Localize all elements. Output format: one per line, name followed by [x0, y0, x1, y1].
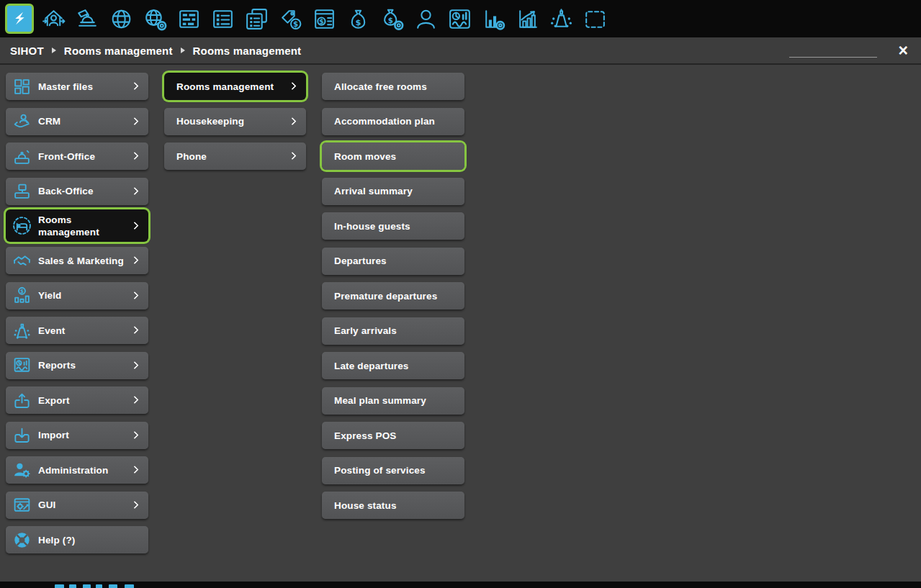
menu-item-posting-of-services[interactable]: Posting of services: [322, 457, 464, 484]
master-files-icon: [12, 76, 32, 96]
chevron-right-icon: [288, 82, 296, 90]
toolbar-button-money-bag-search[interactable]: $: [377, 4, 406, 34]
blank-window-icon: [582, 6, 608, 32]
globe-icon: [108, 6, 135, 32]
toolbar-button-report-dashboard[interactable]: [445, 4, 474, 34]
menu-item-label: Express POS: [334, 430, 396, 442]
menu-item-label: Front-Office: [38, 150, 95, 163]
report-dashboard-icon: [446, 6, 473, 32]
toolbar-button-globe[interactable]: [107, 4, 135, 34]
toolbar-button-bar-chart-coin[interactable]: [479, 4, 508, 34]
menu-item-label: Room moves: [334, 150, 396, 163]
svg-text:$: $: [319, 17, 323, 25]
toolbar-button-price-tag-dollar[interactable]: $: [276, 4, 305, 34]
menu-item-crm[interactable]: CRM: [6, 108, 148, 135]
menu-item-label: Back-Office: [38, 185, 94, 197]
sihot-logo-icon: [9, 8, 30, 30]
copy-documents-icon: [243, 6, 270, 32]
toolbar-button-list-window[interactable]: [208, 4, 237, 34]
breadcrumb-item[interactable]: Rooms management: [64, 45, 173, 57]
menu-item-sales-marketing[interactable]: Sales & Marketing: [6, 247, 148, 274]
toolbar-button-room-plan[interactable]: [174, 4, 203, 34]
menu-item-label: Accommodation plan: [334, 115, 435, 127]
reports-icon: [12, 356, 32, 376]
menu-item-administration[interactable]: Administration: [6, 456, 148, 484]
toolbar-button-reception-service[interactable]: [73, 4, 102, 34]
crm-icon: [12, 112, 32, 132]
breadcrumb: SIHOTRooms managementRooms management: [10, 45, 309, 57]
chevron-right-icon: [130, 82, 138, 90]
sales-marketing-icon: [12, 250, 32, 271]
menu-item-label: Premature departures: [334, 290, 437, 302]
menu-item-rooms-management[interactable]: Rooms management: [6, 209, 148, 242]
money-bag-search-icon: $: [379, 6, 405, 32]
menu-item-in-house-guests[interactable]: In-house guests: [322, 212, 464, 240]
menu-item-arrival-summary[interactable]: Arrival summary: [322, 178, 464, 205]
menu-item-accommodation-plan[interactable]: Accommodation plan: [322, 108, 464, 135]
toolbar-button-checkin-guest[interactable]: [39, 4, 68, 34]
menu-item-label: Import: [38, 429, 69, 441]
menu-item-master-files[interactable]: Master files: [6, 73, 148, 100]
menu-item-late-departures[interactable]: Late departures: [322, 352, 464, 379]
import-icon: [12, 425, 32, 445]
menu-item-premature-departures[interactable]: Premature departures: [322, 282, 464, 309]
menu-item-house-status[interactable]: House status: [322, 492, 464, 519]
menu-item-label: Master files: [38, 81, 93, 93]
clipped-icon: [83, 584, 91, 588]
chevron-right-icon: [130, 152, 138, 160]
menu-item-early-arrivals[interactable]: Early arrivals: [322, 317, 464, 345]
menu-item-rooms-management[interactable]: Rooms management: [164, 73, 306, 100]
toolbar-button-globe-search[interactable]: [140, 4, 169, 34]
chevron-right-icon: [288, 152, 296, 160]
menu-item-import[interactable]: Import: [6, 422, 148, 449]
administration-icon: [12, 460, 32, 480]
event-stage-icon: [548, 6, 575, 32]
menu-item-label: Posting of services: [334, 464, 426, 476]
menu-item-gui[interactable]: GUI: [6, 492, 148, 519]
menu-item-departures[interactable]: Departures: [322, 248, 464, 275]
chevron-right-icon: [130, 466, 138, 474]
menu-item-label: House status: [334, 499, 397, 512]
menu-item-export[interactable]: Export: [6, 386, 148, 414]
menu-item-meal-plan-summary[interactable]: Meal plan summary: [322, 387, 464, 415]
menu-item-housekeeping[interactable]: Housekeeping: [164, 108, 306, 135]
menu-item-label: Event: [38, 325, 66, 337]
menu-item-allocate-free-rooms[interactable]: Allocate free rooms: [322, 73, 464, 100]
toolbar-button-statistics-trend[interactable]: [513, 4, 542, 34]
breadcrumb-item[interactable]: SIHOT: [10, 45, 44, 57]
menu-item-label: Early arrivals: [334, 325, 397, 337]
close-button[interactable]: ×: [899, 42, 908, 59]
chevron-right-icon: [130, 256, 138, 264]
money-bag-icon: $: [345, 6, 372, 32]
menu-item-label: Meal plan summary: [334, 394, 426, 407]
toolbar-button-blank-window[interactable]: [580, 4, 609, 34]
search-input[interactable]: [789, 43, 877, 58]
clipped-icon: [96, 584, 102, 588]
toolbar-button-guest-profile[interactable]: [411, 4, 440, 34]
menu-item-label: Allocate free rooms: [334, 81, 427, 93]
menu-column-rooms-management-submenu: Rooms managementHousekeepingPhone: [164, 73, 306, 178]
menu-item-label: Sales & Marketing: [38, 255, 124, 267]
toolbar-button-money-bag[interactable]: $: [343, 4, 372, 34]
menu-item-help[interactable]: Help (?): [6, 526, 148, 553]
menu-item-front-office[interactable]: Front-Office: [6, 143, 148, 170]
menu-item-label: Departures: [334, 255, 387, 267]
menu-item-phone[interactable]: Phone: [164, 143, 306, 170]
breadcrumb-item[interactable]: Rooms management: [193, 45, 302, 57]
menu-area: Master filesCRMFront-OfficeBack-OfficeRo…: [0, 65, 921, 582]
menu-item-back-office[interactable]: Back-Office: [6, 178, 148, 205]
menu-item-yield[interactable]: $Yield: [6, 282, 148, 309]
reception-service-icon: [74, 6, 101, 32]
menu-item-event[interactable]: Event: [6, 317, 148, 344]
menu-item-reports[interactable]: Reports: [6, 352, 148, 379]
menu-item-label: GUI: [38, 499, 55, 511]
list-window-icon: [210, 6, 236, 32]
menu-item-express-pos[interactable]: Express POS: [322, 422, 464, 449]
toolbar-button-cashier-register[interactable]: $: [310, 4, 338, 34]
menu-item-label: Export: [38, 394, 70, 407]
toolbar-button-event-stage[interactable]: [547, 4, 575, 34]
toolbar-button-copy-documents[interactable]: [242, 4, 271, 34]
menu-item-label: Yield: [38, 289, 62, 302]
menu-item-room-moves[interactable]: Room moves: [322, 143, 464, 170]
toolbar-button-sihot-logo[interactable]: [5, 4, 34, 34]
